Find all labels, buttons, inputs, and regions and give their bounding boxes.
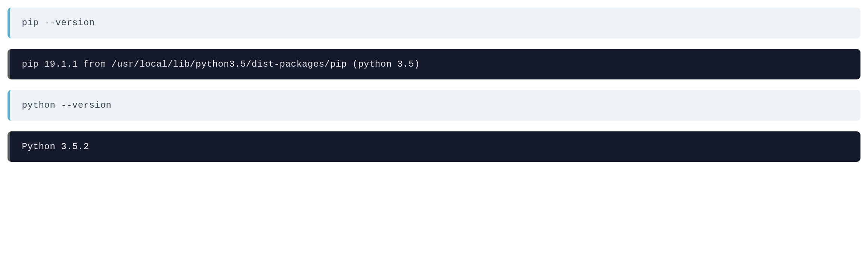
- command-input-block: pip --version: [8, 8, 860, 38]
- command-text: pip --version: [22, 18, 95, 28]
- output-text: pip 19.1.1 from /usr/local/lib/python3.5…: [22, 59, 420, 69]
- command-text: python --version: [22, 100, 111, 110]
- command-output-block: Python 3.5.2: [8, 131, 860, 162]
- command-output-block: pip 19.1.1 from /usr/local/lib/python3.5…: [8, 49, 860, 80]
- command-input-block: python --version: [8, 90, 860, 121]
- output-text: Python 3.5.2: [22, 142, 89, 152]
